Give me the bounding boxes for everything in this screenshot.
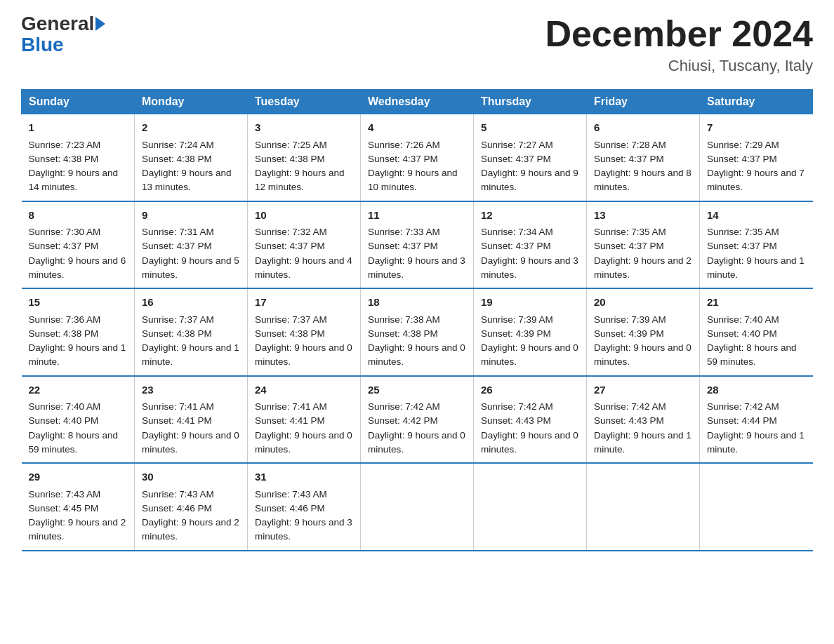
- day-number: 16: [142, 295, 240, 311]
- sunset-text: Sunset: 4:37 PM: [481, 154, 551, 164]
- sunrise-text: Sunrise: 7:37 AM: [255, 314, 327, 325]
- sunset-text: Sunset: 4:37 PM: [707, 154, 777, 164]
- table-row: [700, 463, 813, 551]
- day-number: 17: [255, 295, 353, 311]
- table-row: 8Sunrise: 7:30 AMSunset: 4:37 PMDaylight…: [22, 201, 135, 289]
- daylight-text: Daylight: 9 hours and 13 minutes.: [142, 168, 232, 192]
- calendar-week-row: 22Sunrise: 7:40 AMSunset: 4:40 PMDayligh…: [22, 376, 813, 464]
- day-number: 20: [594, 295, 692, 311]
- daylight-text: Daylight: 9 hours and 1 minute.: [707, 255, 805, 280]
- sunset-text: Sunset: 4:46 PM: [142, 503, 212, 514]
- sunrise-text: Sunrise: 7:43 AM: [29, 489, 101, 499]
- sunset-text: Sunset: 4:37 PM: [594, 241, 664, 251]
- table-row: 16Sunrise: 7:37 AMSunset: 4:38 PMDayligh…: [135, 288, 248, 376]
- sunset-text: Sunset: 4:38 PM: [255, 328, 325, 339]
- sunrise-text: Sunrise: 7:33 AM: [368, 227, 440, 237]
- sunrise-text: Sunrise: 7:42 AM: [707, 401, 779, 412]
- sunset-text: Sunset: 4:40 PM: [29, 415, 99, 426]
- sunset-text: Sunset: 4:45 PM: [29, 503, 99, 514]
- logo-general-text: General: [21, 14, 94, 34]
- calendar-table: Sunday Monday Tuesday Wednesday Thursday…: [21, 89, 813, 551]
- day-number: 23: [142, 382, 240, 398]
- day-number: 22: [29, 382, 128, 398]
- daylight-text: Daylight: 9 hours and 0 minutes.: [142, 430, 239, 455]
- sunrise-text: Sunrise: 7:38 AM: [368, 314, 440, 325]
- daylight-text: Daylight: 9 hours and 9 minutes.: [481, 168, 578, 192]
- table-row: 10Sunrise: 7:32 AMSunset: 4:37 PMDayligh…: [248, 201, 361, 289]
- sunrise-text: Sunrise: 7:36 AM: [29, 314, 101, 325]
- day-number: 18: [368, 295, 466, 311]
- sunrise-text: Sunrise: 7:42 AM: [481, 401, 553, 412]
- table-row: 24Sunrise: 7:41 AMSunset: 4:41 PMDayligh…: [248, 376, 361, 464]
- daylight-text: Daylight: 8 hours and 59 minutes.: [29, 430, 119, 455]
- table-row: 13Sunrise: 7:35 AMSunset: 4:37 PMDayligh…: [587, 201, 700, 289]
- day-number: 25: [368, 382, 466, 398]
- day-number: 9: [142, 208, 240, 224]
- daylight-text: Daylight: 9 hours and 12 minutes.: [255, 168, 345, 192]
- sunrise-text: Sunrise: 7:25 AM: [255, 140, 327, 150]
- sunset-text: Sunset: 4:43 PM: [481, 415, 551, 426]
- sunset-text: Sunset: 4:39 PM: [594, 328, 664, 339]
- day-number: 29: [29, 469, 128, 485]
- day-number: 14: [707, 208, 806, 224]
- calendar-week-row: 1Sunrise: 7:23 AMSunset: 4:38 PMDaylight…: [22, 114, 813, 201]
- sunrise-text: Sunrise: 7:39 AM: [481, 314, 553, 325]
- month-title: December 2024: [545, 14, 813, 54]
- table-row: 29Sunrise: 7:43 AMSunset: 4:45 PMDayligh…: [22, 463, 135, 551]
- sunrise-text: Sunrise: 7:42 AM: [594, 401, 666, 412]
- sunrise-text: Sunrise: 7:35 AM: [707, 227, 779, 237]
- daylight-text: Daylight: 9 hours and 5 minutes.: [142, 255, 239, 280]
- day-number: 10: [255, 208, 353, 224]
- sunset-text: Sunset: 4:37 PM: [594, 154, 664, 164]
- sunrise-text: Sunrise: 7:28 AM: [594, 140, 666, 150]
- logo-arrow-icon: [95, 17, 105, 31]
- daylight-text: Daylight: 9 hours and 8 minutes.: [594, 168, 691, 192]
- sunset-text: Sunset: 4:41 PM: [255, 415, 325, 426]
- col-thursday: Thursday: [474, 90, 587, 114]
- table-row: 21Sunrise: 7:40 AMSunset: 4:40 PMDayligh…: [700, 288, 813, 376]
- sunrise-text: Sunrise: 7:23 AM: [29, 140, 101, 150]
- day-number: 2: [142, 120, 240, 136]
- page-header: General Blue December 2024 Chiusi, Tusca…: [21, 14, 813, 75]
- daylight-text: Daylight: 9 hours and 7 minutes.: [707, 168, 805, 192]
- daylight-text: Daylight: 9 hours and 4 minutes.: [255, 255, 352, 280]
- sunrise-text: Sunrise: 7:26 AM: [368, 140, 440, 150]
- sunset-text: Sunset: 4:42 PM: [368, 415, 438, 426]
- table-row: [361, 463, 474, 551]
- table-row: 2Sunrise: 7:24 AMSunset: 4:38 PMDaylight…: [135, 114, 248, 201]
- day-number: 7: [707, 120, 806, 136]
- sunrise-text: Sunrise: 7:27 AM: [481, 140, 553, 150]
- sunset-text: Sunset: 4:43 PM: [594, 415, 664, 426]
- sunrise-text: Sunrise: 7:31 AM: [142, 227, 214, 237]
- sunset-text: Sunset: 4:37 PM: [481, 241, 551, 251]
- daylight-text: Daylight: 9 hours and 1 minute.: [594, 430, 691, 455]
- sunrise-text: Sunrise: 7:34 AM: [481, 227, 553, 237]
- logo: General Blue: [21, 14, 105, 56]
- sunrise-text: Sunrise: 7:40 AM: [707, 314, 779, 325]
- day-number: 11: [368, 208, 466, 224]
- sunrise-text: Sunrise: 7:41 AM: [142, 401, 214, 412]
- daylight-text: Daylight: 8 hours and 59 minutes.: [707, 342, 797, 367]
- table-row: 30Sunrise: 7:43 AMSunset: 4:46 PMDayligh…: [135, 463, 248, 551]
- sunrise-text: Sunrise: 7:39 AM: [594, 314, 666, 325]
- daylight-text: Daylight: 9 hours and 14 minutes.: [29, 168, 119, 192]
- sunset-text: Sunset: 4:38 PM: [29, 328, 99, 339]
- table-row: [587, 463, 700, 551]
- daylight-text: Daylight: 9 hours and 3 minutes.: [255, 517, 352, 542]
- daylight-text: Daylight: 9 hours and 1 minute.: [707, 430, 805, 455]
- table-row: 26Sunrise: 7:42 AMSunset: 4:43 PMDayligh…: [474, 376, 587, 464]
- sunrise-text: Sunrise: 7:24 AM: [142, 140, 214, 150]
- col-wednesday: Wednesday: [361, 90, 474, 114]
- location-subtitle: Chiusi, Tuscany, Italy: [545, 57, 813, 75]
- table-row: 12Sunrise: 7:34 AMSunset: 4:37 PMDayligh…: [474, 201, 587, 289]
- daylight-text: Daylight: 9 hours and 1 minute.: [142, 342, 239, 367]
- sunset-text: Sunset: 4:44 PM: [707, 415, 777, 426]
- sunrise-text: Sunrise: 7:29 AM: [707, 140, 779, 150]
- sunrise-text: Sunrise: 7:37 AM: [142, 314, 214, 325]
- sunset-text: Sunset: 4:37 PM: [142, 241, 212, 251]
- sunrise-text: Sunrise: 7:30 AM: [29, 227, 101, 237]
- table-row: 7Sunrise: 7:29 AMSunset: 4:37 PMDaylight…: [700, 114, 813, 201]
- table-row: 6Sunrise: 7:28 AMSunset: 4:37 PMDaylight…: [587, 114, 700, 201]
- sunset-text: Sunset: 4:38 PM: [142, 154, 212, 164]
- table-row: 28Sunrise: 7:42 AMSunset: 4:44 PMDayligh…: [700, 376, 813, 464]
